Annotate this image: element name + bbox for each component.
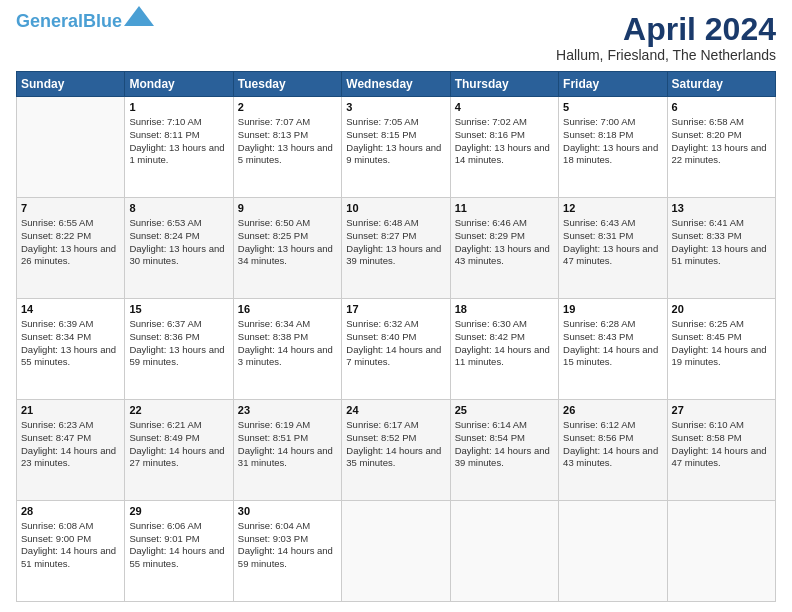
sunrise-text: Sunrise: 6:37 AM	[129, 318, 201, 329]
sunrise-text: Sunrise: 6:19 AM	[238, 419, 310, 430]
day-number: 18	[455, 302, 554, 317]
calendar-cell: 2Sunrise: 7:07 AMSunset: 8:13 PMDaylight…	[233, 97, 341, 198]
daylight-text: Daylight: 13 hours and 59 minutes.	[129, 344, 224, 368]
calendar-cell: 12Sunrise: 6:43 AMSunset: 8:31 PMDayligh…	[559, 198, 667, 299]
sunrise-text: Sunrise: 6:04 AM	[238, 520, 310, 531]
sunset-text: Sunset: 8:16 PM	[455, 129, 525, 140]
calendar-cell	[17, 97, 125, 198]
day-number: 22	[129, 403, 228, 418]
daylight-text: Daylight: 13 hours and 51 minutes.	[672, 243, 767, 267]
sunrise-text: Sunrise: 6:34 AM	[238, 318, 310, 329]
calendar-cell: 10Sunrise: 6:48 AMSunset: 8:27 PMDayligh…	[342, 198, 450, 299]
sunrise-text: Sunrise: 6:14 AM	[455, 419, 527, 430]
calendar-header-wednesday: Wednesday	[342, 72, 450, 97]
day-number: 9	[238, 201, 337, 216]
calendar-cell: 21Sunrise: 6:23 AMSunset: 8:47 PMDayligh…	[17, 400, 125, 501]
day-number: 2	[238, 100, 337, 115]
sunset-text: Sunset: 8:52 PM	[346, 432, 416, 443]
calendar-cell: 8Sunrise: 6:53 AMSunset: 8:24 PMDaylight…	[125, 198, 233, 299]
daylight-text: Daylight: 13 hours and 14 minutes.	[455, 142, 550, 166]
day-number: 15	[129, 302, 228, 317]
sunset-text: Sunset: 9:00 PM	[21, 533, 91, 544]
calendar-cell: 16Sunrise: 6:34 AMSunset: 8:38 PMDayligh…	[233, 299, 341, 400]
daylight-text: Daylight: 14 hours and 55 minutes.	[129, 545, 224, 569]
sunrise-text: Sunrise: 6:21 AM	[129, 419, 201, 430]
sunset-text: Sunset: 8:45 PM	[672, 331, 742, 342]
sunset-text: Sunset: 8:54 PM	[455, 432, 525, 443]
daylight-text: Daylight: 14 hours and 47 minutes.	[672, 445, 767, 469]
day-number: 17	[346, 302, 445, 317]
day-number: 7	[21, 201, 120, 216]
calendar-week-row: 28Sunrise: 6:08 AMSunset: 9:00 PMDayligh…	[17, 501, 776, 602]
logo-icon	[124, 6, 154, 26]
calendar-cell: 4Sunrise: 7:02 AMSunset: 8:16 PMDaylight…	[450, 97, 558, 198]
daylight-text: Daylight: 14 hours and 51 minutes.	[21, 545, 116, 569]
sunrise-text: Sunrise: 6:32 AM	[346, 318, 418, 329]
daylight-text: Daylight: 14 hours and 31 minutes.	[238, 445, 333, 469]
calendar-cell: 23Sunrise: 6:19 AMSunset: 8:51 PMDayligh…	[233, 400, 341, 501]
calendar-cell	[667, 501, 775, 602]
sunrise-text: Sunrise: 6:12 AM	[563, 419, 635, 430]
sunset-text: Sunset: 8:18 PM	[563, 129, 633, 140]
daylight-text: Daylight: 14 hours and 23 minutes.	[21, 445, 116, 469]
sunset-text: Sunset: 8:22 PM	[21, 230, 91, 241]
daylight-text: Daylight: 13 hours and 34 minutes.	[238, 243, 333, 267]
calendar-cell: 18Sunrise: 6:30 AMSunset: 8:42 PMDayligh…	[450, 299, 558, 400]
daylight-text: Daylight: 14 hours and 3 minutes.	[238, 344, 333, 368]
day-number: 3	[346, 100, 445, 115]
daylight-text: Daylight: 13 hours and 43 minutes.	[455, 243, 550, 267]
calendar-cell: 29Sunrise: 6:06 AMSunset: 9:01 PMDayligh…	[125, 501, 233, 602]
day-number: 1	[129, 100, 228, 115]
sunrise-text: Sunrise: 6:48 AM	[346, 217, 418, 228]
day-number: 30	[238, 504, 337, 519]
day-number: 12	[563, 201, 662, 216]
sunset-text: Sunset: 8:34 PM	[21, 331, 91, 342]
day-number: 16	[238, 302, 337, 317]
daylight-text: Daylight: 13 hours and 30 minutes.	[129, 243, 224, 267]
sunrise-text: Sunrise: 6:30 AM	[455, 318, 527, 329]
calendar-cell	[450, 501, 558, 602]
daylight-text: Daylight: 13 hours and 26 minutes.	[21, 243, 116, 267]
sunset-text: Sunset: 8:33 PM	[672, 230, 742, 241]
calendar-cell: 11Sunrise: 6:46 AMSunset: 8:29 PMDayligh…	[450, 198, 558, 299]
logo: GeneralBlue	[16, 12, 154, 30]
day-number: 13	[672, 201, 771, 216]
daylight-text: Daylight: 14 hours and 7 minutes.	[346, 344, 441, 368]
daylight-text: Daylight: 14 hours and 11 minutes.	[455, 344, 550, 368]
sunrise-text: Sunrise: 6:10 AM	[672, 419, 744, 430]
sunset-text: Sunset: 8:27 PM	[346, 230, 416, 241]
day-number: 4	[455, 100, 554, 115]
calendar-cell: 19Sunrise: 6:28 AMSunset: 8:43 PMDayligh…	[559, 299, 667, 400]
day-number: 28	[21, 504, 120, 519]
svg-marker-0	[124, 6, 154, 26]
calendar-week-row: 7Sunrise: 6:55 AMSunset: 8:22 PMDaylight…	[17, 198, 776, 299]
day-number: 19	[563, 302, 662, 317]
sunset-text: Sunset: 9:03 PM	[238, 533, 308, 544]
calendar-cell: 6Sunrise: 6:58 AMSunset: 8:20 PMDaylight…	[667, 97, 775, 198]
sunrise-text: Sunrise: 6:53 AM	[129, 217, 201, 228]
day-number: 14	[21, 302, 120, 317]
calendar-cell	[342, 501, 450, 602]
calendar-header-thursday: Thursday	[450, 72, 558, 97]
day-number: 23	[238, 403, 337, 418]
sunset-text: Sunset: 8:40 PM	[346, 331, 416, 342]
sunset-text: Sunset: 8:42 PM	[455, 331, 525, 342]
sunrise-text: Sunrise: 6:50 AM	[238, 217, 310, 228]
sunset-text: Sunset: 8:15 PM	[346, 129, 416, 140]
day-number: 27	[672, 403, 771, 418]
sunset-text: Sunset: 8:56 PM	[563, 432, 633, 443]
sunrise-text: Sunrise: 7:02 AM	[455, 116, 527, 127]
calendar-cell: 30Sunrise: 6:04 AMSunset: 9:03 PMDayligh…	[233, 501, 341, 602]
calendar-table: SundayMondayTuesdayWednesdayThursdayFrid…	[16, 71, 776, 602]
day-number: 26	[563, 403, 662, 418]
calendar-cell: 20Sunrise: 6:25 AMSunset: 8:45 PMDayligh…	[667, 299, 775, 400]
day-number: 20	[672, 302, 771, 317]
daylight-text: Daylight: 13 hours and 18 minutes.	[563, 142, 658, 166]
calendar-cell: 17Sunrise: 6:32 AMSunset: 8:40 PMDayligh…	[342, 299, 450, 400]
sunrise-text: Sunrise: 6:55 AM	[21, 217, 93, 228]
calendar-week-row: 1Sunrise: 7:10 AMSunset: 8:11 PMDaylight…	[17, 97, 776, 198]
calendar-cell	[559, 501, 667, 602]
calendar-header-friday: Friday	[559, 72, 667, 97]
sunset-text: Sunset: 8:20 PM	[672, 129, 742, 140]
calendar-cell: 28Sunrise: 6:08 AMSunset: 9:00 PMDayligh…	[17, 501, 125, 602]
